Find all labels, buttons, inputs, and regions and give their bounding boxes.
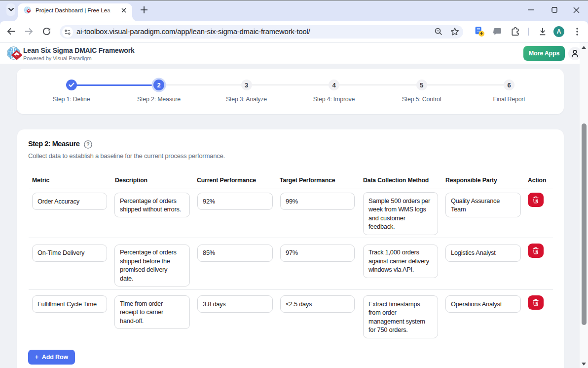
svg-text:?: ?	[86, 141, 89, 147]
